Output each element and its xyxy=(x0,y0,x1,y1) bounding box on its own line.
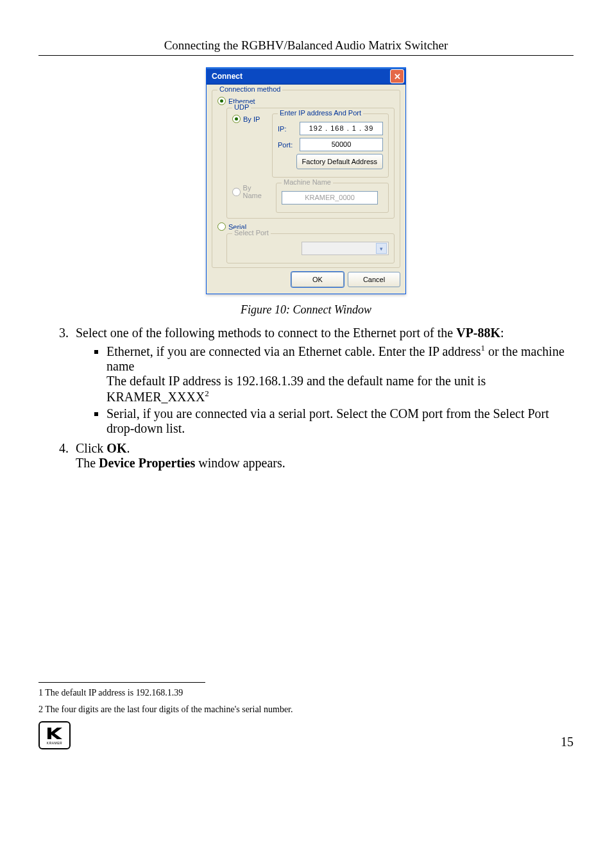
footnote-2: 2 The four digits are the last four digi… xyxy=(38,705,574,715)
bullet-ethernet: Ethernet, if you are connected via an Et… xyxy=(106,343,574,404)
step4-c: . xyxy=(126,441,130,455)
connection-method-group: Connection method Ethernet UDP By IP Ent… xyxy=(212,90,400,268)
footnotes: 1 The default IP address is 192.168.1.39… xyxy=(38,682,574,715)
footnote-1: 1 The default IP address is 192.168.1.39 xyxy=(38,688,574,698)
ok-button[interactable]: OK xyxy=(291,272,344,287)
bullet-serial: Serial, if you are connected via a seria… xyxy=(106,406,574,436)
radio-checked-icon xyxy=(217,97,226,105)
ip-input[interactable]: 192 . 168 . 1 . 39 xyxy=(300,122,383,135)
machine-name-group: Machine Name KRAMER_0000 xyxy=(276,183,389,213)
step4-line2-c: window appears. xyxy=(195,456,285,470)
page-footer: KRAMER 15 xyxy=(38,721,574,749)
page-number: 15 xyxy=(561,735,574,749)
serial-port-select: ▾ xyxy=(302,242,389,255)
radio-unchecked-icon xyxy=(217,222,226,231)
port-field-label: Port: xyxy=(278,141,296,149)
connect-dialog: Connect ✕ Connection method Ethernet UDP… xyxy=(206,67,406,294)
step-3: Select one of the following methods to c… xyxy=(72,326,574,436)
logo-brand-text: KRAMER xyxy=(47,741,62,745)
step3-sublist: Ethernet, if you are connected via an Et… xyxy=(76,343,574,436)
connection-method-legend: Connection method xyxy=(217,85,282,93)
step4-line2-b: Device Properties xyxy=(99,456,195,470)
step-4: Click OK. The Device Properties window a… xyxy=(72,441,574,471)
dialog-buttons: OK Cancel xyxy=(212,272,400,287)
bullet1-c: The default IP address is 192.168.1.39 a… xyxy=(106,374,486,404)
figure-caption: Figure 10: Connect Window xyxy=(38,303,574,317)
close-icon[interactable]: ✕ xyxy=(390,69,404,83)
factory-default-button[interactable]: Factory Default Address xyxy=(296,154,383,169)
ip-port-legend: Enter IP address And Port xyxy=(278,109,363,117)
brand-logo: KRAMER xyxy=(38,721,71,749)
machine-name-legend: Machine Name xyxy=(282,178,333,186)
ip-field-label: IP: xyxy=(278,125,296,133)
step4-a: Click xyxy=(76,441,106,455)
udp-group: UDP By IP Enter IP address And Port IP: … xyxy=(226,108,395,219)
chevron-down-icon: ▾ xyxy=(376,243,387,254)
radio-checked-icon xyxy=(232,115,241,123)
step3-text-c: : xyxy=(500,326,504,340)
by-name-radio-row[interactable]: By Name xyxy=(232,184,271,199)
by-name-label: By Name xyxy=(243,184,271,199)
step4-line2-a: The xyxy=(76,456,99,470)
radio-unchecked-icon xyxy=(232,188,241,196)
logo-k-icon xyxy=(45,726,64,740)
dialog-body: Connection method Ethernet UDP By IP Ent… xyxy=(207,85,405,294)
bullet1-a: Ethernet, if you are connected via an Et… xyxy=(106,344,480,358)
dialog-titlebar: Connect ✕ xyxy=(207,68,405,85)
by-ip-radio-row[interactable]: By IP xyxy=(232,115,267,123)
select-port-legend: Select Port xyxy=(232,229,271,237)
instruction-list: Select one of the following methods to c… xyxy=(38,326,574,471)
head-rule xyxy=(38,55,574,56)
select-port-group: Select Port ▾ xyxy=(226,233,395,263)
cancel-button[interactable]: Cancel xyxy=(348,272,400,287)
ip-port-group: Enter IP address And Port IP: 192 . 168 … xyxy=(272,113,389,178)
footnote-rule xyxy=(38,682,205,683)
by-ip-label: By IP xyxy=(243,115,260,123)
step3-text-b: VP-88K xyxy=(456,326,500,340)
footnote-ref-2: 2 xyxy=(205,388,209,398)
running-head: Connecting the RGBHV/Balanced Audio Matr… xyxy=(38,38,574,53)
udp-legend: UDP xyxy=(232,103,251,111)
dialog-title: Connect xyxy=(212,72,242,81)
step3-text-a: Select one of the following methods to c… xyxy=(76,326,456,340)
step4-b: OK xyxy=(106,441,126,455)
machine-name-input: KRAMER_0000 xyxy=(282,191,378,204)
port-input[interactable]: 50000 xyxy=(300,138,383,151)
